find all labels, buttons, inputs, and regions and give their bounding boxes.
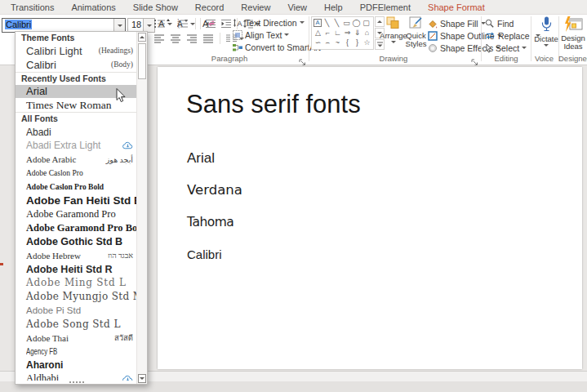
font-list-item[interactable]: Adobe Hebrewאבגד הוז [16, 248, 136, 262]
font-list-item[interactable]: Aharoni [16, 359, 136, 372]
slide-font-item[interactable]: Verdana [187, 182, 242, 198]
menu-tab-transitions[interactable]: Transitions [11, 2, 54, 12]
font-list-item[interactable]: Adobe Garamond Pro [16, 207, 136, 221]
font-list-item[interactable]: Adobe Caslon Pro Bold [16, 180, 136, 194]
shape-tool-icon[interactable]: ▭ [342, 19, 351, 28]
select-button[interactable]: Select [485, 42, 540, 54]
align-right-icon [187, 34, 198, 43]
shape-tool-icon[interactable]: ⌐ [323, 29, 332, 38]
align-right-button[interactable] [185, 33, 199, 44]
bullets-button[interactable] [153, 18, 174, 29]
svg-text:3: 3 [177, 25, 180, 29]
font-list-item[interactable]: Adobe Myungjo Std M [16, 290, 136, 304]
resize-grip[interactable] [69, 381, 84, 383]
chevron-down-icon [522, 47, 527, 49]
shape-tool-icon[interactable]: A [314, 19, 322, 27]
decrease-indent-button[interactable] [204, 18, 218, 29]
font-list-item[interactable]: Adobe Heiti Std R [16, 262, 136, 276]
font-list-item[interactable]: Adobe Pi Std [16, 304, 136, 318]
arrange-icon [386, 16, 401, 30]
replace-button[interactable]: Replace [485, 29, 540, 42]
increase-indent-button[interactable] [220, 18, 233, 29]
menu-tab-pdfelement[interactable]: PDFElement [360, 2, 411, 12]
justify-button[interactable] [202, 33, 216, 44]
arrange-button[interactable]: Arrange [382, 16, 405, 43]
shape-tool-icon[interactable]: } [353, 38, 362, 47]
font-list-item[interactable]: Times New Roman [16, 98, 136, 112]
scroll-up-button[interactable] [138, 33, 146, 42]
menu-tab-shape-format[interactable]: Shape Format [428, 2, 485, 12]
font-list-item[interactable]: Adobe Garamond Pro Bold [16, 221, 136, 235]
font-list-item[interactable]: Adobe Song Std L [16, 317, 136, 331]
justify-icon [203, 34, 214, 43]
shape-tool-icon[interactable]: ▢ [362, 19, 371, 28]
shape-tool-icon[interactable]: ⌂ [362, 29, 371, 38]
align-center-button[interactable] [169, 33, 183, 44]
shape-tool-icon[interactable]: ⌢ [323, 38, 332, 47]
slide-font-item[interactable]: Calibri [187, 247, 222, 261]
font-list-item[interactable]: Abadi Extra Light [16, 139, 136, 153]
shape-tool-icon[interactable]: { [343, 38, 352, 47]
menu-tab-animations[interactable]: Animations [71, 2, 115, 12]
dictate-button[interactable]: Dictate [534, 16, 558, 47]
shape-tool-icon[interactable]: ☆ [362, 38, 371, 47]
dictate-label: Dictate [534, 35, 558, 43]
numbering-button[interactable]: 123 [176, 18, 197, 29]
scrollbar-thumb[interactable] [138, 43, 146, 79]
search-icon [485, 19, 495, 28]
shape-tool-icon[interactable]: ╲ [332, 19, 341, 28]
font-dropdown-scrollbar[interactable] [136, 32, 147, 384]
voice-group-label: Voice [531, 54, 558, 63]
text-direction-label: Text Direction [245, 18, 297, 28]
font-list-item[interactable]: Aldhabi [16, 372, 136, 381]
menu-tab-help[interactable]: Help [324, 2, 343, 12]
slide-title[interactable]: Sans serif fonts [186, 90, 361, 119]
find-button[interactable]: Find [485, 17, 540, 29]
shape-tool-icon[interactable]: ⇓ [353, 29, 362, 38]
align-center-icon [171, 34, 181, 43]
slide-font-item[interactable]: Tahoma [187, 215, 233, 229]
font-list-item[interactable]: Abadi [16, 125, 136, 139]
ribbon-tab-bar: TransitionsAnimationsSlide ShowRecordRev… [0, 0, 587, 15]
font-list-item[interactable]: Calibri(Body) [16, 58, 136, 72]
font-name-dropdown-button[interactable] [113, 19, 125, 32]
align-text-label: Align Text [245, 30, 282, 40]
shape-tool-icon[interactable]: ∟ [333, 29, 342, 38]
shape-tool-icon[interactable]: ╲ [322, 19, 331, 28]
shape-tool-icon[interactable]: ◯ [352, 19, 361, 28]
paragraph-dialog-launcher[interactable] [299, 55, 306, 62]
designer-group-label: Designer [558, 54, 587, 63]
menu-tab-review[interactable]: Review [241, 2, 270, 12]
shape-tool-icon[interactable]: ∽ [314, 38, 322, 47]
font-list-item[interactable]: Adobe Ming Std L [16, 276, 136, 290]
slide-font-item[interactable]: Arial [187, 150, 215, 167]
quick-styles-label: Quick Styles [404, 32, 429, 48]
font-list-section-header: Theme Fonts [16, 32, 136, 44]
shape-tool-icon[interactable]: △ [314, 29, 322, 38]
shape-tool-icon[interactable]: ~ [333, 38, 342, 47]
font-name-value[interactable]: Calibri [2, 19, 113, 32]
menu-tabs: TransitionsAnimationsSlide ShowRecordRev… [11, 2, 485, 12]
svg-text:A: A [238, 20, 242, 28]
design-ideas-button[interactable]: Design Ideas [560, 16, 586, 51]
font-list-item[interactable]: Calibri Light(Headings) [16, 44, 136, 58]
shape-tool-icon[interactable]: ⇒ [343, 29, 352, 38]
font-list-item[interactable]: Adobe Caslon Pro [16, 167, 136, 180]
quick-styles-button[interactable]: Quick Styles [405, 16, 427, 48]
slide-canvas[interactable]: Sans serif fonts ArialVerdanaTahomaCalib… [158, 67, 582, 369]
shapes-gallery[interactable]: A╲╲▭◯▢△⌐∟⇒⇓⌂∽⌢~{}☆ [311, 16, 374, 50]
chevron-down-icon [190, 23, 195, 25]
drawing-dialog-launcher[interactable] [471, 55, 478, 62]
font-list-item[interactable]: Adobe Thaiสวัสดี [16, 331, 136, 345]
menu-tab-record[interactable]: Record [195, 2, 224, 12]
font-list-item[interactable]: Arial [16, 85, 136, 99]
font-list-item[interactable]: Adobe Arabicأبجد هوز [16, 153, 136, 167]
menu-tab-slide-show[interactable]: Slide Show [133, 2, 178, 12]
scroll-down-button[interactable] [138, 374, 146, 383]
font-list-item[interactable]: Adobe Gothic Std B [16, 235, 136, 249]
menu-tab-view[interactable]: View [287, 2, 307, 12]
font-size-value[interactable]: 18 [128, 19, 143, 32]
font-list-item[interactable]: Adobe Fan Heiti Std B [16, 194, 136, 207]
align-left-button[interactable] [153, 33, 167, 44]
font-list-item[interactable]: Agency FB [16, 345, 136, 359]
